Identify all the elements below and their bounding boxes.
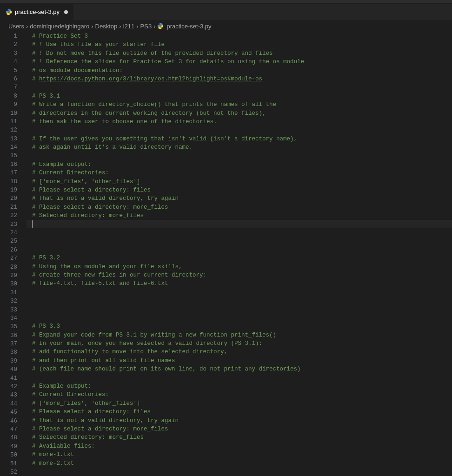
code-line[interactable]: # https://docs.python.org/3/library/os.h… <box>27 75 452 83</box>
crumb-i211[interactable]: i211 <box>123 23 135 30</box>
code-line[interactable] <box>27 245 452 254</box>
crumb-users[interactable]: Users <box>8 23 24 30</box>
code-line[interactable]: # ['more_files', 'other_files'] <box>27 178 452 186</box>
code-content[interactable]: # Practice Set 3# ! Use this file as you… <box>27 32 452 476</box>
line-number: 41 <box>0 374 17 383</box>
code-line[interactable] <box>27 305 452 314</box>
line-number: 31 <box>0 289 17 297</box>
code-line[interactable]: # ['more_files', 'other_files'] <box>27 399 452 408</box>
line-number: 48 <box>0 434 17 442</box>
code-line[interactable] <box>27 314 452 322</box>
tab-practice-set-3[interactable]: practice-set-3.py <box>0 4 74 20</box>
crumb-desktop[interactable]: Desktop <box>95 23 118 30</box>
line-number: 49 <box>0 443 17 451</box>
code-line[interactable]: # Selected directory: more_files <box>27 212 452 220</box>
code-line[interactable] <box>27 468 452 476</box>
crumb-file[interactable]: practice-set-3.py <box>166 23 211 30</box>
line-number: 5 <box>0 66 17 75</box>
code-line[interactable] <box>27 83 452 92</box>
line-number: 21 <box>0 203 17 212</box>
code-line[interactable]: # PS 3.2 <box>27 254 452 262</box>
code-line[interactable]: # more-1.txt <box>27 450 452 459</box>
line-number: 14 <box>0 143 17 152</box>
code-line[interactable]: # Current Directories: <box>27 390 452 399</box>
chevron-right-icon: › <box>136 23 138 30</box>
code-line[interactable]: # Using the os module and your file skil… <box>27 263 452 271</box>
code-line[interactable] <box>27 228 452 237</box>
chevron-right-icon: › <box>91 23 93 30</box>
code-line[interactable] <box>27 220 452 228</box>
line-number: 25 <box>0 237 17 245</box>
code-line[interactable] <box>27 237 452 245</box>
code-line[interactable]: # then ask the user to choose one of the… <box>27 118 452 126</box>
code-line[interactable]: # That is not a valid directory, try aga… <box>27 416 452 425</box>
line-number: 38 <box>0 348 17 357</box>
code-line[interactable]: # Selected directory: more_files <box>27 433 452 442</box>
line-number: 20 <box>0 194 17 203</box>
breadcrumb[interactable]: Users › dominiquedelghingaro › Desktop ›… <box>0 20 452 32</box>
code-line[interactable]: # Please select a directory: files <box>27 186 452 194</box>
line-number: 16 <box>0 160 17 169</box>
tab-bar: practice-set-3.py <box>0 4 452 20</box>
window-topbar <box>0 0 452 4</box>
line-number: 7 <box>0 83 17 92</box>
code-line[interactable]: # Expand your code from PS 3.1 by writin… <box>27 331 452 339</box>
code-line[interactable]: # ! Do not move this file outside of the… <box>27 49 452 58</box>
line-number: 52 <box>0 468 17 476</box>
code-line[interactable]: # Please select a directory: files <box>27 408 452 416</box>
code-line[interactable] <box>27 374 452 382</box>
line-number: 50 <box>0 451 17 459</box>
code-line[interactable]: # Current Directories: <box>27 169 452 177</box>
code-line[interactable]: # more-2.txt <box>27 459 452 468</box>
line-number: 33 <box>0 306 17 314</box>
code-line[interactable]: # and then print out all valid file name… <box>27 357 452 365</box>
code-line[interactable]: # Please select a directory: more_files <box>27 203 452 212</box>
line-number: 42 <box>0 383 17 391</box>
code-line[interactable]: # ! Use this file as your starter file <box>27 40 452 49</box>
code-line[interactable]: # (each file name should print on its ow… <box>27 365 452 373</box>
code-line[interactable]: # Example output: <box>27 382 452 390</box>
code-line[interactable]: # In your main, once you have selected a… <box>27 339 452 348</box>
line-number: 40 <box>0 365 17 374</box>
line-number: 46 <box>0 417 17 425</box>
line-number: 45 <box>0 408 17 416</box>
line-number: 13 <box>0 135 17 143</box>
code-line[interactable]: # ! Reference the slides for Practice Se… <box>27 58 452 66</box>
code-line[interactable]: # Practice Set 3 <box>27 32 452 40</box>
code-line[interactable]: # add functionality to move into the sel… <box>27 348 452 356</box>
editor-area[interactable]: 1234567891011121314151617181920212223242… <box>0 32 452 476</box>
line-number: 29 <box>0 271 17 280</box>
code-line[interactable]: # os module documentation: <box>27 66 452 75</box>
line-number: 27 <box>0 254 17 263</box>
code-line[interactable]: # Available files: <box>27 442 452 450</box>
code-line[interactable]: # Write a function directory_choice() th… <box>27 100 452 109</box>
chevron-right-icon: › <box>119 23 121 30</box>
line-number: 15 <box>0 152 17 160</box>
code-line[interactable] <box>27 288 452 297</box>
code-line[interactable]: # Example output: <box>27 160 452 169</box>
line-number: 28 <box>0 263 17 271</box>
line-number: 39 <box>0 357 17 365</box>
crumb-ps3[interactable]: PS3 <box>140 23 152 30</box>
code-line[interactable]: # create three new files in our current … <box>27 271 452 279</box>
code-line[interactable] <box>27 126 452 134</box>
code-line[interactable]: # directories in the current working dir… <box>27 109 452 118</box>
chevron-right-icon: › <box>26 23 28 30</box>
line-number: 44 <box>0 400 17 408</box>
code-line[interactable] <box>27 152 452 160</box>
line-number: 23 <box>0 220 17 229</box>
code-line[interactable]: # That is not a valid directory, try aga… <box>27 194 452 203</box>
code-line[interactable]: # If the user gives you something that i… <box>27 135 452 143</box>
text-cursor <box>32 220 33 228</box>
code-line[interactable] <box>27 297 452 305</box>
code-line[interactable]: # Please select a directory: more_files <box>27 425 452 433</box>
line-number: 51 <box>0 460 17 468</box>
code-line[interactable]: # file-4.txt, file-5.txt and file-6.txt <box>27 279 452 288</box>
line-number: 30 <box>0 280 17 288</box>
crumb-user[interactable]: dominiquedelghingaro <box>30 23 89 30</box>
code-line[interactable]: # ask again until it's a valid directory… <box>27 143 452 152</box>
line-number: 43 <box>0 391 17 399</box>
code-line[interactable]: # PS 3.3 <box>27 322 452 331</box>
chevron-right-icon: › <box>153 23 155 30</box>
code-line[interactable]: # PS 3.1 <box>27 92 452 100</box>
